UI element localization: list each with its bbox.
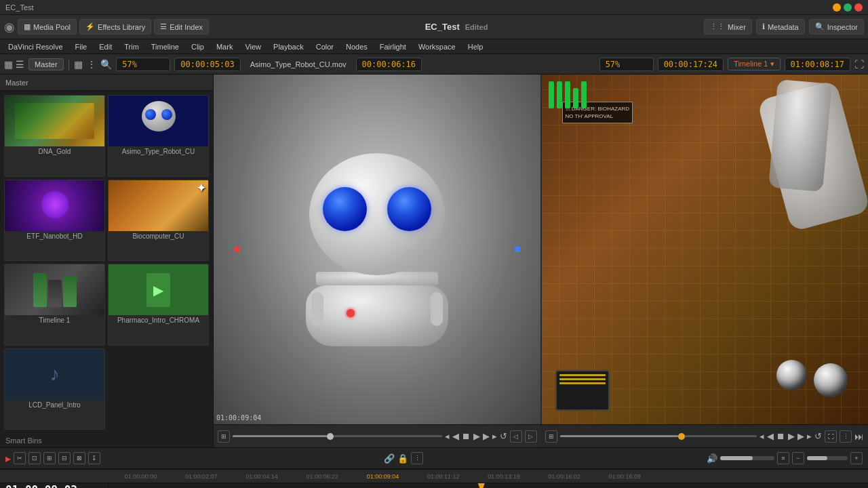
audio-options-btn[interactable]: ≡ (777, 452, 789, 464)
program-preview-controls: ⊞ ◂ ◀ ⏹ ▶ ▶ ▸ ↺ ⛶ ⋮ ⏭ (541, 424, 869, 447)
sort-icon[interactable]: ▦ (74, 59, 83, 70)
prg-next-frame-btn[interactable]: ▸ (807, 431, 812, 441)
timeline-selector[interactable]: Timeline 1 ▾ (728, 58, 780, 70)
close-btn[interactable] (854, 3, 863, 12)
metallic-sphere-1 (814, 363, 848, 397)
menu-trim[interactable]: Trim (119, 41, 144, 52)
toolbar-left-icons: ▦ ☰ (4, 59, 24, 70)
menu-help[interactable]: Help (462, 41, 489, 52)
program-scrub-bar[interactable] (560, 435, 757, 437)
search-icon[interactable]: 🔍 (100, 59, 112, 70)
prg-play-btn[interactable]: ▶ (788, 431, 795, 441)
prg-rewind-btn[interactable]: ◀ (767, 431, 774, 441)
mixer-label: Mixer (728, 23, 746, 31)
source-scrub-thumb[interactable] (327, 433, 334, 440)
circuit-chip-1 (555, 370, 610, 411)
ruler-mark-1: 01:00:02:07 (172, 473, 231, 480)
circuit-component-2 (768, 79, 832, 192)
menu-mark[interactable]: Mark (211, 41, 238, 52)
prg-prev-frame-btn[interactable]: ◂ (760, 431, 764, 441)
menu-nodes[interactable]: Nodes (340, 41, 373, 52)
source-view-btn[interactable]: ⊞ (218, 430, 230, 443)
prg-view-btn[interactable]: ⊞ (545, 430, 557, 443)
menu-workspace[interactable]: Workspace (413, 41, 461, 52)
list-item[interactable]: ✦ Biocomputer_CU (108, 180, 209, 262)
media-pool-label: Media Pool (33, 23, 71, 31)
prg-loop-btn[interactable]: ↺ (814, 431, 822, 441)
menu-clip[interactable]: Clip (186, 41, 210, 52)
src-play-btn[interactable]: ▶ (473, 431, 480, 441)
list-item[interactable]: ▶ Pharmaco_Intro_CHROMA (108, 264, 209, 346)
effects-library-btn[interactable]: ⚡ Effects Library (79, 19, 151, 35)
prg-end-btn[interactable]: ⏭ (854, 431, 864, 442)
minimize-btn[interactable] (833, 3, 841, 12)
snap-btn[interactable]: ⋮ (411, 452, 423, 464)
metadata-btn[interactable]: ℹ Metadata (756, 19, 805, 35)
list-item[interactable]: ETF_Nanobot_HD (4, 180, 105, 262)
src-next-frame-btn[interactable]: ▸ (492, 431, 497, 441)
timeline-tracks-container: 01:00:09:03 V2 Video 2 🔒 👁 ⊡ 2 Clips V1 (0, 483, 868, 488)
insert-btn[interactable]: ↧ (88, 452, 100, 464)
preview-controls-row: ⊞ ◂ ◀ ⏹ ▶ ▶ ▸ ↺ ◁ ▷ ⊞ (214, 424, 868, 447)
list-item[interactable]: Asimo_Type_Robot_CU (108, 95, 209, 177)
trim-tool-btn[interactable]: ⊡ (28, 452, 41, 464)
src-out-btn[interactable]: ▷ (525, 430, 537, 443)
menu-fairlight[interactable]: Fairlight (374, 41, 412, 52)
razor-tool-btn[interactable]: ✂ (14, 452, 26, 464)
audio-icon[interactable]: 🔊 (707, 453, 717, 464)
audio-slider[interactable] (720, 456, 774, 460)
inspector-btn[interactable]: 🔍 Inspector (809, 19, 864, 35)
robot-preview (306, 153, 448, 346)
src-in-btn[interactable]: ◁ (510, 430, 522, 443)
slip-tool-btn[interactable]: ⊞ (43, 452, 56, 464)
fullscreen-icon[interactable]: ⛶ (854, 59, 864, 70)
ruler-mark-3: 01:00:06:22 (293, 473, 352, 480)
select-tool-btn[interactable]: ▸ (5, 452, 11, 465)
src-loop-btn[interactable]: ↺ (500, 431, 507, 441)
src-fwd-btn[interactable]: ▶ (483, 431, 490, 441)
track-content-area: Pharmaco_Intro_CHROMA ETF_Nanobot_HD (108, 483, 868, 488)
edit-index-btn[interactable]: ☰ Edit Index (154, 19, 209, 35)
project-status: Edited (465, 23, 488, 31)
lock-icon[interactable]: 🔒 (397, 453, 408, 464)
src-prev-frame-btn[interactable]: ◂ (445, 431, 450, 441)
zoom-plus-btn[interactable]: + (850, 452, 863, 464)
out-marker (515, 247, 520, 252)
zoom-minus-btn[interactable]: − (792, 452, 804, 464)
media-label: Pharmaco_Intro_CHROMA (108, 315, 208, 325)
maximize-btn[interactable] (844, 3, 852, 12)
prg-options-btn[interactable]: ⋮ (840, 430, 852, 443)
duration-display: 00:00:17:24 (658, 58, 724, 71)
prg-fwd-btn[interactable]: ▶ (797, 431, 804, 441)
prg-stop-btn[interactable]: ⏹ (776, 431, 785, 441)
prg-fullscreen-btn[interactable]: ⛶ (825, 430, 837, 443)
menu-file[interactable]: File (70, 41, 93, 52)
link-icon[interactable]: 🔗 (384, 453, 395, 464)
grid-icon: ▦ (4, 59, 13, 70)
window-title: EC_Test (5, 3, 34, 12)
menu-playback[interactable]: Playback (268, 41, 309, 52)
metadata-label: Metadata (768, 23, 799, 31)
ruler-mark-6: 01:00:13:19 (474, 473, 533, 480)
list-item[interactable]: ♪ LCD_Panel_Intro (4, 348, 105, 430)
master-header-label: Master (5, 79, 28, 87)
src-rewind-btn[interactable]: ◀ (452, 431, 459, 441)
slide-tool-btn[interactable]: ⊟ (58, 452, 71, 464)
menu-edit[interactable]: Edit (94, 41, 117, 52)
menu-color[interactable]: Color (311, 41, 339, 52)
media-pool-btn[interactable]: ▦ Media Pool (18, 19, 77, 35)
view-options-icon[interactable]: ⋮ (87, 59, 96, 70)
source-scrub-bar[interactable] (233, 435, 442, 437)
list-item[interactable]: Timeline 1 (4, 264, 105, 346)
dynamic-trim-btn[interactable]: ⊠ (73, 452, 85, 464)
list-item[interactable]: DNA_Gold (4, 95, 105, 177)
preview-screens-row: 01:00:09:04 (214, 75, 868, 424)
menu-view[interactable]: View (239, 41, 267, 52)
timeline-ruler: 01:00:00:00 01:00:02:07 01:00:04:14 01:0… (0, 470, 868, 483)
program-scrub-thumb[interactable] (678, 433, 685, 440)
mixer-btn[interactable]: ⋮⋮ Mixer (704, 19, 752, 35)
src-stop-btn[interactable]: ⏹ (462, 431, 471, 441)
menu-timeline[interactable]: Timeline (146, 41, 184, 52)
zoom-slider[interactable] (807, 456, 848, 460)
menu-davinci[interactable]: DaVinci Resolve (3, 41, 68, 52)
